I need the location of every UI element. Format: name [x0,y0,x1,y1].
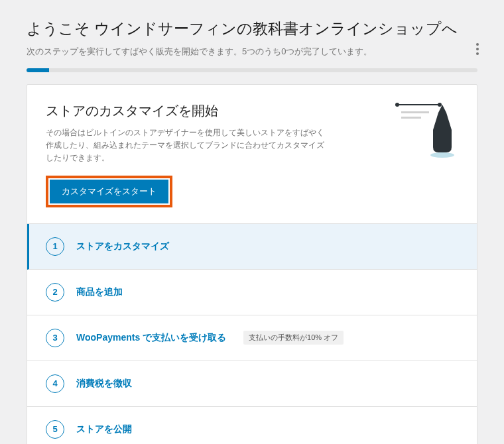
step-label: ストアをカスタマイズ [76,241,169,252]
onboarding-card: ストアのカスタマイズを開始 その場合はビルトインのストアデザイナーを使用して美し… [27,84,477,444]
page-header: ようこそ ウインドサーフィンの教科書オンラインショップへ 次のステップを実行して… [0,0,504,68]
button-highlight-frame: カスタマイズをスタート [46,176,172,207]
pen-ruler-illustration-icon [392,99,458,162]
step-number: 2 [46,283,64,302]
svg-rect-3 [401,111,429,113]
discount-badge: 支払いの手数料が10% オフ [243,331,344,345]
progress-bar [27,68,477,72]
progress-fill [27,68,49,72]
svg-point-2 [438,103,442,107]
step-label: ストアを公開 [76,423,132,435]
step-number: 1 [46,237,64,256]
start-customize-button[interactable]: カスタマイズをスタート [50,180,168,203]
step-label: WooPayments で支払いを受け取る [76,332,226,344]
page-subtitle: 次のステップを実行してすばやく販売を開始できます。5つのうち0つが完了しています… [27,46,477,58]
card-header: ストアのカスタマイズを開始 その場合はビルトインのストアデザイナーを使用して美し… [27,85,477,223]
card-description: その場合はビルトインのストアデザイナーを使用して美しいストアをすばやく作成したり… [46,127,324,165]
step-item-tax[interactable]: 4 消費税を徴収 [27,361,477,407]
step-item-woopayments[interactable]: 3 WooPayments で支払いを受け取る 支払いの手数料が10% オフ [27,315,477,361]
step-label: 消費税を徴収 [76,378,132,390]
step-item-add-products[interactable]: 2 商品を追加 [27,270,477,315]
step-number: 4 [46,374,64,393]
step-item-customize[interactable]: 1 ストアをカスタマイズ [27,224,477,270]
step-item-publish[interactable]: 5 ストアを公開 [27,407,477,444]
svg-point-5 [430,152,454,158]
kebab-menu-button[interactable] [470,41,485,57]
step-number: 3 [46,329,64,347]
svg-point-1 [395,103,399,107]
page-title: ようこそ ウインドサーフィンの教科書オンラインショップへ [27,19,477,39]
svg-rect-4 [401,117,421,119]
step-number: 5 [46,420,64,439]
step-label: 商品を追加 [76,286,123,298]
step-list: 1 ストアをカスタマイズ 2 商品を追加 3 WooPayments で支払いを… [27,223,477,444]
